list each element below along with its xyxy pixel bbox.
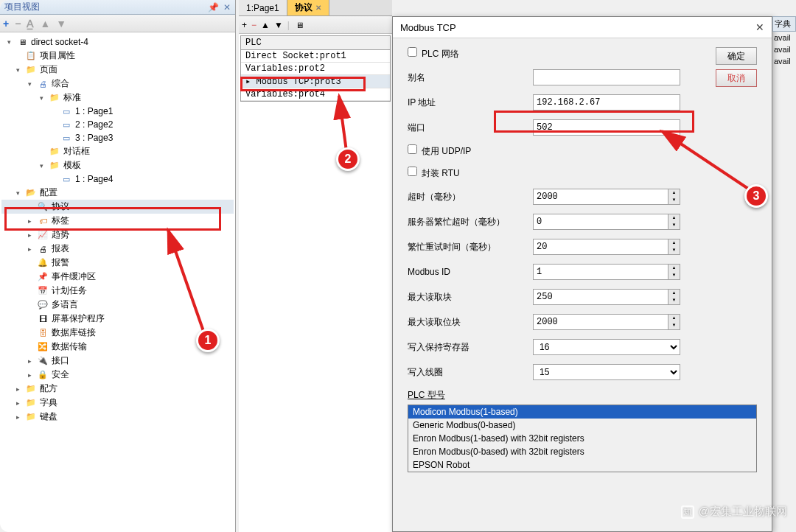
monitor-icon[interactable]: 🖥 bbox=[294, 19, 306, 31]
tree-page1[interactable]: ▭1 : Page1 bbox=[1, 105, 234, 118]
plc-model-option[interactable]: Enron Modbus(0-based) with 32bit registe… bbox=[408, 445, 756, 458]
max-read-bit-spinner[interactable]: ▲▼ bbox=[533, 314, 680, 330]
tree-interface[interactable]: ▸🔌接口 bbox=[1, 354, 234, 368]
tree-root[interactable]: ▾🖥direct socket-4 bbox=[1, 35, 234, 49]
add-button[interactable]: + bbox=[242, 20, 247, 30]
tree-keyboard[interactable]: ▸📁键盘 bbox=[1, 410, 234, 424]
expander-icon[interactable]: ▸ bbox=[25, 371, 34, 379]
tree-template[interactable]: ▾📁模板 bbox=[1, 158, 234, 172]
max-read-block-spinner[interactable]: ▲▼ bbox=[533, 289, 680, 305]
expander-icon[interactable]: ▾ bbox=[13, 66, 22, 74]
plc-row[interactable]: Variables:prot2 bbox=[241, 63, 390, 75]
tree-dictionary[interactable]: ▸📁字典 bbox=[1, 396, 234, 410]
spin-up-icon[interactable]: ▲ bbox=[668, 214, 680, 222]
spin-up-icon[interactable]: ▲ bbox=[668, 239, 680, 247]
close-icon[interactable]: ✕ bbox=[223, 2, 231, 13]
tree-db-link[interactable]: 🗄数据库链接 bbox=[1, 326, 234, 340]
tree-config[interactable]: ▾📂配置 bbox=[1, 186, 234, 200]
pin-icon[interactable]: 📌 bbox=[208, 2, 219, 13]
tree-security[interactable]: ▸🔒安全 bbox=[1, 368, 234, 382]
spin-up-icon[interactable]: ▲ bbox=[668, 189, 680, 197]
plc-model-option[interactable]: EPSON Robot bbox=[408, 458, 756, 472]
modbus-id-spinner[interactable]: ▲▼ bbox=[533, 264, 680, 280]
expander-icon[interactable]: ▸ bbox=[25, 217, 34, 225]
expander-icon[interactable]: ▸ bbox=[25, 357, 34, 365]
tree-project-props[interactable]: 📋项目属性 bbox=[1, 49, 234, 63]
spin-down-icon[interactable]: ▼ bbox=[668, 322, 680, 329]
tree-alarms[interactable]: 🔔报警 bbox=[1, 256, 234, 270]
plc-model-option[interactable]: Modicon Modbus(1-based) bbox=[408, 405, 756, 419]
plc-model-option[interactable]: Generic Modbus(0-based) bbox=[408, 419, 756, 432]
add-button[interactable]: + bbox=[3, 18, 9, 29]
tree-reports[interactable]: ▸🖨报表 bbox=[1, 242, 234, 256]
plc-row[interactable]: Direct Socket:prot1 bbox=[241, 50, 390, 63]
tree-multilang[interactable]: 💬多语言 bbox=[1, 298, 234, 312]
folder-icon: 📁 bbox=[25, 397, 37, 409]
busy-timeout-spinner[interactable]: ▲▼ bbox=[533, 214, 680, 230]
tab-close-icon[interactable]: ✕ bbox=[315, 4, 321, 12]
write-coil-select[interactable]: 15 bbox=[533, 364, 680, 380]
tree-event-buffer[interactable]: 📌事件缓冲区 bbox=[1, 270, 234, 284]
plc-row[interactable]: Variables:prot4 bbox=[241, 88, 390, 101]
tree-standard[interactable]: ▾📁标准 bbox=[1, 91, 234, 105]
tree-data-transfer[interactable]: 🔀数据传输 bbox=[1, 340, 234, 354]
tree-zonghe[interactable]: ▾🖨综合 bbox=[1, 77, 234, 91]
down-button[interactable]: ▼ bbox=[56, 18, 66, 29]
tree-page4[interactable]: ▭1 : Page4 bbox=[1, 172, 234, 186]
expander-icon[interactable]: ▸ bbox=[13, 413, 22, 421]
ok-button[interactable]: 确定 bbox=[716, 47, 757, 65]
close-icon[interactable]: ✕ bbox=[755, 21, 764, 33]
tab-page1[interactable]: 1:Page1 bbox=[239, 0, 287, 15]
spin-down-icon[interactable]: ▼ bbox=[668, 272, 680, 279]
remove-button[interactable]: − bbox=[15, 18, 21, 29]
remove-button[interactable]: − bbox=[251, 20, 256, 30]
tab-protocol[interactable]: 协议✕ bbox=[287, 0, 329, 15]
expander-icon[interactable]: ▾ bbox=[25, 80, 34, 88]
spin-down-icon[interactable]: ▼ bbox=[668, 222, 680, 229]
plc-model-list[interactable]: Modicon Modbus(1-based) Generic Modbus(0… bbox=[408, 405, 757, 472]
expander-icon[interactable]: ▸ bbox=[25, 245, 34, 253]
expander-icon[interactable]: ▾ bbox=[37, 161, 46, 170]
tree-page2[interactable]: ▭2 : Page2 bbox=[1, 118, 234, 131]
plc-model-option[interactable]: Enron Modbus(1-based) with 32bit registe… bbox=[408, 432, 756, 445]
tree-scheduler[interactable]: 📅计划任务 bbox=[1, 284, 234, 298]
tree-page3[interactable]: ▭3 : Page3 bbox=[1, 131, 234, 144]
spin-up-icon[interactable]: ▲ bbox=[668, 290, 680, 297]
edit-icon[interactable]: A̲ bbox=[27, 18, 34, 29]
retry-time-spinner[interactable]: ▲▼ bbox=[533, 239, 680, 255]
encap-rtu-checkbox[interactable]: 封装 RTU bbox=[408, 167, 460, 180]
expander-icon[interactable]: ▸ bbox=[13, 385, 22, 393]
expander-icon[interactable]: ▸ bbox=[13, 399, 22, 407]
alias-input[interactable] bbox=[533, 69, 680, 85]
plc-network-checkbox[interactable]: PLC 网络 bbox=[408, 47, 459, 60]
dialog-titlebar[interactable]: Modbus TCP ✕ bbox=[393, 17, 772, 38]
tree-toolbar: + − A̲ ▲ ▼ bbox=[0, 15, 235, 32]
up-button[interactable]: ▲ bbox=[40, 18, 50, 29]
plc-list: PLC Direct Socket:prot1 Variables:prot2 … bbox=[240, 35, 391, 102]
spin-down-icon[interactable]: ▼ bbox=[668, 247, 680, 254]
ip-address-input[interactable] bbox=[533, 94, 680, 111]
tree-dialog[interactable]: 📁对话框 bbox=[1, 144, 234, 158]
tree-pages[interactable]: ▾📁页面 bbox=[1, 63, 234, 77]
expander-icon[interactable]: ▸ bbox=[25, 231, 34, 239]
spin-up-icon[interactable]: ▲ bbox=[668, 315, 680, 322]
tree-protocol[interactable]: 🔍协议 bbox=[1, 200, 234, 214]
spin-up-icon[interactable]: ▲ bbox=[668, 265, 680, 272]
spin-down-icon[interactable]: ▼ bbox=[668, 197, 680, 204]
write-hold-select[interactable]: 16 bbox=[533, 339, 680, 355]
expander-icon[interactable]: ▾ bbox=[4, 38, 13, 46]
plc-row-selected[interactable]: ▸ Modbus TCP:prot3 bbox=[241, 75, 390, 88]
tree-trends[interactable]: ▸📈趋势 bbox=[1, 228, 234, 242]
tree-tags[interactable]: ▸🏷标签 bbox=[1, 214, 234, 228]
use-udp-checkbox[interactable]: 使用 UDP/IP bbox=[408, 144, 471, 158]
expander-icon[interactable]: ▾ bbox=[37, 94, 46, 102]
spin-down-icon[interactable]: ▼ bbox=[668, 297, 680, 304]
cancel-button[interactable]: 取消 bbox=[716, 69, 757, 87]
tree-screensaver[interactable]: 🎞屏幕保护程序 bbox=[1, 312, 234, 326]
up-button[interactable]: ▲ bbox=[261, 20, 270, 30]
tree-recipes[interactable]: ▸📁配方 bbox=[1, 382, 234, 396]
down-button[interactable]: ▼ bbox=[274, 20, 283, 30]
expander-icon[interactable]: ▾ bbox=[13, 189, 22, 197]
port-input[interactable] bbox=[533, 119, 680, 136]
timeout-spinner[interactable]: ▲▼ bbox=[533, 189, 680, 205]
